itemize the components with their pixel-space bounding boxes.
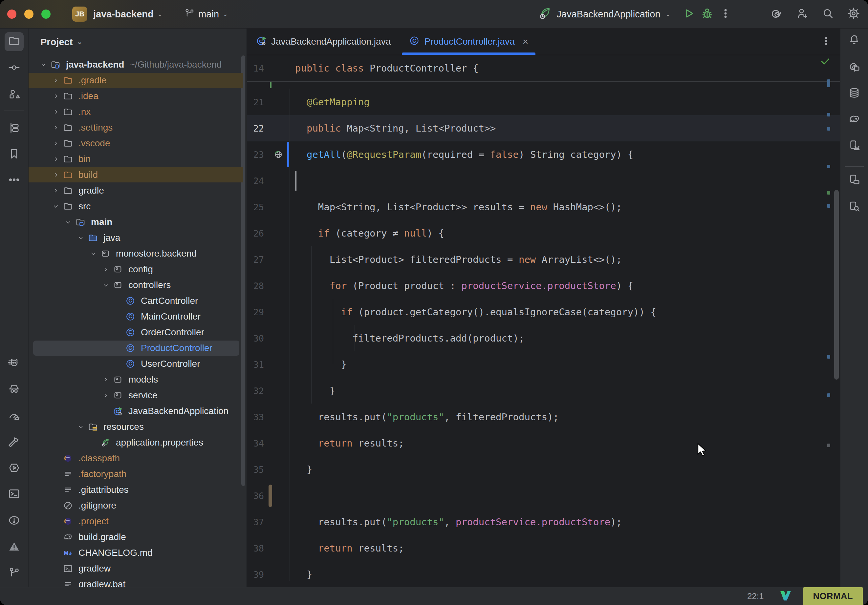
error-stripe-mark[interactable] (827, 355, 830, 359)
code-line-39[interactable]: 39 } (247, 562, 840, 587)
incognito-tool-button[interactable] (5, 380, 24, 399)
tree-item-gradlew-bat[interactable]: gradlew.bat (29, 576, 246, 587)
tree-item-ordercontroller[interactable]: COrderController (29, 325, 246, 340)
tree-item--gitattributes[interactable]: .gitattributes (29, 482, 246, 498)
chevron-down-icon[interactable] (50, 203, 62, 210)
run-button[interactable] (680, 5, 698, 23)
chevron-right-icon[interactable] (99, 266, 112, 273)
running-devices-tool-button[interactable] (845, 170, 864, 190)
more-run-actions-button[interactable] (716, 5, 735, 23)
tree-item--gradle[interactable]: .gradle (29, 73, 246, 88)
more-tool-windows-tool-button[interactable] (5, 171, 24, 190)
tree-item-resources[interactable]: resources (29, 419, 246, 435)
tree-item-monostore-backend[interactable]: monostore.backend (29, 246, 246, 261)
error-stripe-mark[interactable] (827, 127, 830, 131)
project-selector[interactable]: java-backend ⌄ (93, 9, 163, 20)
code-line-37[interactable]: 37 results.put("products", productServic… (247, 509, 840, 535)
structure-tool-button[interactable] (5, 85, 24, 104)
tree-item-usercontroller[interactable]: CUserController (29, 356, 246, 372)
code-line-27[interactable]: 27 List<Product> filteredProducts = new … (247, 246, 840, 272)
hierarchy-tool-button[interactable] (5, 119, 24, 138)
gradle-tool-button[interactable] (845, 110, 864, 129)
tree-item-main[interactable]: main (29, 214, 246, 230)
chevron-down-icon[interactable] (74, 234, 87, 241)
chevron-right-icon[interactable] (50, 156, 62, 163)
code-line-38[interactable]: 38 return results; (247, 535, 840, 562)
tree-item--factorypath[interactable]: .factorypath (29, 466, 246, 482)
tree-item-bin[interactable]: bin (29, 151, 246, 167)
code-line-36[interactable]: 36 (247, 483, 840, 509)
error-stripe-mark[interactable] (827, 191, 830, 195)
close-tab-icon[interactable]: × (522, 36, 529, 47)
error-stripe-mark[interactable] (827, 79, 830, 87)
build-tool-button[interactable] (5, 433, 24, 452)
code-line-30[interactable]: 30 filteredProducts.add(product); (247, 325, 840, 351)
tree-item-productcontroller[interactable]: CProductController (29, 340, 246, 356)
search-everywhere-button[interactable] (819, 5, 837, 23)
chevron-down-icon[interactable] (99, 282, 112, 289)
chevron-right-icon[interactable] (50, 140, 62, 147)
code-line-25[interactable]: 25 Map<String, List<Product>> results = … (247, 194, 840, 220)
tree-item--nx[interactable]: .nx (29, 104, 246, 120)
tab-productcontroller-java[interactable]: CProductController.java× (400, 29, 538, 55)
code-line-21[interactable]: 21 @GetMapping (247, 89, 840, 115)
tree-item--idea[interactable]: .idea (29, 88, 246, 104)
tree-item--settings[interactable]: .settings (29, 120, 246, 136)
endpoint-globe-icon[interactable] (274, 150, 283, 161)
tree-item-build-gradle[interactable]: build.gradle (29, 529, 246, 545)
tree-item-gradlew[interactable]: gradlew (29, 561, 246, 576)
code-line-22[interactable]: 22 public Map<String, List<Product>> (247, 115, 840, 141)
chevron-down-icon[interactable] (37, 61, 50, 68)
error-stripe-mark[interactable] (827, 393, 830, 397)
chevron-right-icon[interactable] (50, 77, 62, 84)
tree-item-service[interactable]: service (29, 387, 246, 403)
minimize-window-button[interactable] (24, 9, 34, 19)
tree-item-javabackendapplication[interactable]: CJavaBackendApplication (29, 403, 246, 419)
inspections-ok-icon[interactable] (820, 56, 831, 68)
tree-item--gitignore[interactable]: .gitignore (29, 498, 246, 514)
tree-item-java-backend[interactable]: java-backend~/Github/java-backend (29, 57, 246, 73)
chevron-down-icon[interactable] (62, 218, 74, 226)
tab-javabackendapplication-java[interactable]: CJavaBackendApplication.java (247, 29, 400, 55)
bookmarks-tool-button[interactable] (5, 145, 24, 164)
code-line-31[interactable]: 31 } (247, 351, 840, 378)
code-line-23[interactable]: 23 getAll(@RequestParam(required = false… (247, 141, 840, 168)
code-line-28[interactable]: 28 for (Product product : productService… (247, 272, 840, 299)
tree-item-java[interactable]: java (29, 230, 246, 246)
version-control-tool-button[interactable] (5, 564, 24, 583)
chevron-right-icon[interactable] (50, 171, 62, 178)
commit-tool-button[interactable] (5, 59, 24, 78)
tree-item--vscode[interactable]: .vscode (29, 136, 246, 151)
tree-item-maincontroller[interactable]: CMainController (29, 309, 246, 325)
code-line-29[interactable]: 29 if (product.getCategory().equalsIgnor… (247, 299, 840, 325)
tree-item-build[interactable]: build (29, 167, 246, 183)
chevron-right-icon[interactable] (99, 376, 112, 383)
code-line-32[interactable]: 32 } (247, 378, 840, 404)
tree-item--classpath[interactable]: .classpath (29, 450, 246, 466)
notifications-warning-tool-button[interactable] (5, 538, 24, 557)
branch-selector[interactable]: main ⌄ (184, 8, 228, 21)
database-tool-button[interactable] (845, 84, 864, 103)
chevron-right-icon[interactable] (50, 124, 62, 131)
error-stripe-mark[interactable] (827, 113, 830, 116)
tree-item-application-properties[interactable]: application.properties (29, 435, 246, 450)
ai-assistant-button[interactable] (767, 5, 786, 23)
code-line-14[interactable]: 14public class ProductController { (247, 55, 840, 82)
profiler-tool-button[interactable] (5, 407, 24, 426)
code-line-33[interactable]: 33 results.put("products", filteredProdu… (247, 404, 840, 430)
tree-item-gradle[interactable]: gradle (29, 183, 246, 198)
code-line-26[interactable]: 26 if (category ≠ null) { (247, 220, 840, 246)
services-tool-button[interactable] (5, 459, 24, 478)
zoom-window-button[interactable] (41, 9, 51, 19)
ai-assistant-chat-tool-button[interactable] (845, 58, 864, 77)
chevron-right-icon[interactable] (50, 93, 62, 100)
debug-button[interactable] (698, 5, 716, 23)
tree-item-src[interactable]: src (29, 198, 246, 214)
tab-options-button[interactable] (821, 36, 832, 48)
problems-tool-button[interactable] (5, 512, 24, 531)
tree-item-config[interactable]: config (29, 261, 246, 277)
ideavim-icon[interactable] (779, 589, 792, 604)
chevron-right-icon[interactable] (99, 392, 112, 399)
tree-item-changelog-md[interactable]: MCHANGELOG.md (29, 545, 246, 561)
terminal-tool-button[interactable] (5, 485, 24, 504)
